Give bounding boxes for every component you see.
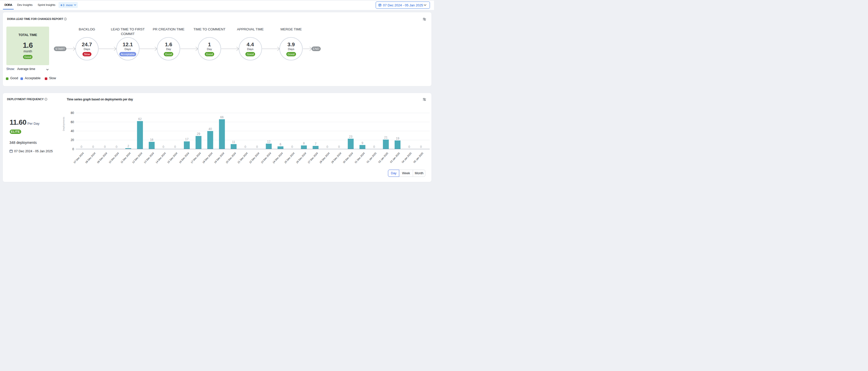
svg-text:29: 29 <box>197 132 200 136</box>
svg-text:2: 2 <box>127 144 129 148</box>
svg-text:0: 0 <box>174 145 176 149</box>
svg-text:Deployments: Deployments <box>62 117 65 131</box>
svg-text:17: 17 <box>185 137 188 141</box>
svg-text:19: 19 <box>396 137 399 140</box>
svg-text:01 Jan 2025: 01 Jan 2025 <box>366 152 377 164</box>
svg-text:27 Dec 2024: 27 Dec 2024 <box>307 152 318 164</box>
svg-text:12: 12 <box>267 140 271 143</box>
svg-text:0: 0 <box>72 147 74 151</box>
svg-text:05 Jan 2025: 05 Jan 2025 <box>413 152 424 164</box>
svg-text:0: 0 <box>291 145 293 149</box>
svg-text:0: 0 <box>420 145 422 149</box>
svg-text:28 Dec 2024: 28 Dec 2024 <box>319 152 330 164</box>
svg-text:12 Dec 2024: 12 Dec 2024 <box>131 152 143 164</box>
svg-text:25 Dec 2024: 25 Dec 2024 <box>284 152 295 164</box>
svg-text:30 Dec 2024: 30 Dec 2024 <box>342 152 353 164</box>
svg-text:62: 62 <box>138 117 142 121</box>
svg-text:60: 60 <box>70 120 74 124</box>
svg-text:10 Dec 2024: 10 Dec 2024 <box>108 152 119 164</box>
svg-text:0: 0 <box>104 145 105 149</box>
svg-text:18 Dec 2024: 18 Dec 2024 <box>202 152 213 164</box>
svg-text:13 Dec 2024: 13 Dec 2024 <box>143 152 154 164</box>
svg-text:11 Dec 2024: 11 Dec 2024 <box>120 152 131 164</box>
svg-text:0: 0 <box>326 145 328 149</box>
svg-text:07 Dec 2024: 07 Dec 2024 <box>73 152 84 164</box>
svg-text:21 Dec 2024: 21 Dec 2024 <box>237 152 248 164</box>
svg-text:20: 20 <box>70 138 74 142</box>
svg-text:04 Jan 2025: 04 Jan 2025 <box>401 152 412 164</box>
svg-text:16: 16 <box>150 138 153 141</box>
svg-text:16 Dec 2024: 16 Dec 2024 <box>178 152 189 164</box>
svg-text:31 Dec 2024: 31 Dec 2024 <box>354 152 365 164</box>
svg-text:08 Dec 2024: 08 Dec 2024 <box>85 152 96 164</box>
svg-text:0: 0 <box>162 145 164 149</box>
svg-text:80: 80 <box>70 111 74 115</box>
svg-text:0: 0 <box>338 145 340 149</box>
svg-text:0: 0 <box>256 145 258 149</box>
svg-text:02 Jan 2025: 02 Jan 2025 <box>377 152 389 164</box>
svg-text:0: 0 <box>116 145 117 149</box>
svg-text:0: 0 <box>244 145 246 149</box>
svg-text:0: 0 <box>373 145 375 149</box>
svg-text:23: 23 <box>349 135 352 138</box>
svg-text:09 Dec 2024: 09 Dec 2024 <box>96 152 108 164</box>
svg-text:11: 11 <box>232 140 235 144</box>
svg-text:22 Dec 2024: 22 Dec 2024 <box>249 152 260 164</box>
svg-text:19 Dec 2024: 19 Dec 2024 <box>213 152 224 164</box>
svg-text:26 Dec 2024: 26 Dec 2024 <box>296 152 307 164</box>
svg-text:0: 0 <box>408 145 410 149</box>
svg-text:17 Dec 2024: 17 Dec 2024 <box>190 152 201 164</box>
svg-text:23 Dec 2024: 23 Dec 2024 <box>260 152 271 164</box>
svg-text:24 Dec 2024: 24 Dec 2024 <box>272 152 283 164</box>
svg-text:0: 0 <box>92 145 94 149</box>
svg-text:66: 66 <box>220 115 224 119</box>
svg-text:03 Jan 2025: 03 Jan 2025 <box>389 152 400 164</box>
svg-text:15 Dec 2024: 15 Dec 2024 <box>166 152 178 164</box>
svg-text:9: 9 <box>361 141 363 145</box>
svg-text:40: 40 <box>70 129 74 133</box>
svg-text:8: 8 <box>303 141 305 145</box>
svg-text:29 Dec 2024: 29 Dec 2024 <box>331 152 342 164</box>
svg-text:14 Dec 2024: 14 Dec 2024 <box>155 152 166 164</box>
svg-text:7: 7 <box>315 142 316 146</box>
svg-text:6: 6 <box>280 142 281 146</box>
svg-text:0: 0 <box>81 145 82 149</box>
svg-text:40: 40 <box>209 127 212 131</box>
svg-text:20 Dec 2024: 20 Dec 2024 <box>225 152 236 164</box>
svg-text:21: 21 <box>384 136 388 139</box>
